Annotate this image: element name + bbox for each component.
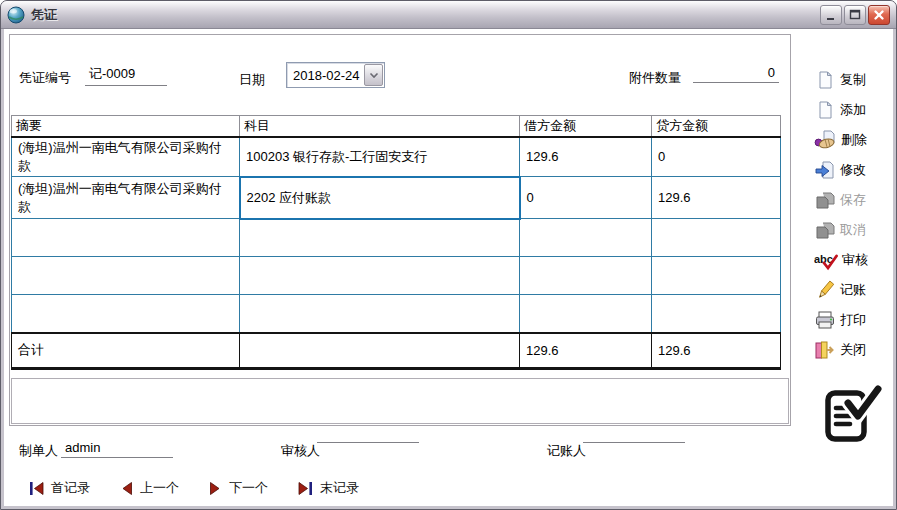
print-button[interactable]: 打印: [814, 305, 894, 335]
total-debit: 129.6: [520, 333, 652, 369]
next-record-icon: [209, 482, 222, 495]
audit-button[interactable]: abc 审核: [814, 245, 894, 275]
previous-record-button[interactable]: 上一个: [120, 479, 179, 497]
nav-label: 首记录: [51, 479, 90, 497]
reviewer-field[interactable]: [317, 440, 419, 443]
minimize-button[interactable]: [820, 5, 842, 25]
attachments-count-field[interactable]: 0: [693, 65, 779, 83]
exit-books-icon: [814, 339, 836, 361]
close-window-button[interactable]: 关闭: [814, 335, 894, 365]
cell-subject[interactable]: 100203 银行存款-工行固安支行: [240, 137, 520, 177]
cell-debit[interactable]: [520, 257, 652, 295]
cancel-button[interactable]: 取消: [814, 215, 894, 245]
cell-debit[interactable]: [520, 219, 652, 257]
sidebar-label: 删除: [841, 131, 867, 149]
add-page-icon: [814, 99, 836, 121]
sidebar-label: 打印: [840, 311, 866, 329]
cell-subject[interactable]: [240, 219, 520, 257]
modify-button[interactable]: 修改: [814, 155, 894, 185]
attachments-label: 附件数量: [629, 69, 681, 87]
maximize-button[interactable]: [844, 5, 866, 25]
cell-summary[interactable]: [12, 295, 240, 333]
cell-summary[interactable]: (海坦)温州一南电气有限公司采购付款: [12, 137, 240, 177]
add-button[interactable]: 添加: [814, 95, 894, 125]
delete-button[interactable]: 删除: [814, 125, 894, 155]
sidebar-label: 修改: [840, 161, 866, 179]
cell-summary[interactable]: [12, 257, 240, 295]
printer-icon: [814, 309, 836, 331]
sidebar-label: 添加: [840, 101, 866, 119]
record-button[interactable]: 记账: [814, 275, 894, 305]
cell-credit[interactable]: [652, 295, 781, 333]
sidebar-label: 取消: [840, 221, 866, 239]
previous-record-icon: [120, 482, 133, 495]
date-dropdown-button[interactable]: [364, 64, 383, 86]
date-label: 日期: [239, 71, 265, 89]
app-globe-icon: [7, 6, 25, 24]
sidebar-label: 记账: [840, 281, 866, 299]
chevron-down-icon: [369, 72, 379, 79]
voucher-no-field[interactable]: 记-0009: [85, 65, 167, 86]
titlebar[interactable]: 凭证: [1, 1, 896, 29]
table-row: [12, 295, 781, 333]
cell-subject[interactable]: [240, 295, 520, 333]
pencil-icon: [814, 279, 836, 301]
cancel-pages-icon: [814, 219, 836, 241]
first-record-button[interactable]: 首记录: [29, 479, 90, 497]
cell-credit[interactable]: [652, 219, 781, 257]
next-record-button[interactable]: 下一个: [209, 479, 268, 497]
col-header-summary: 摘要: [12, 116, 240, 137]
save-pages-icon: [814, 189, 836, 211]
voucher-window: 凭证 凭证编号 记-0009 日期 2018-02-24 附件数量 0 摘要: [0, 0, 897, 510]
cell-summary[interactable]: [12, 219, 240, 257]
action-sidebar: 复制 添加 删除: [814, 65, 894, 365]
delete-hand-icon: [814, 129, 837, 151]
table-header-row: 摘要 科目 借方金额 贷方金额: [12, 116, 781, 137]
bookkeeper-field[interactable]: [583, 440, 685, 443]
save-button[interactable]: 保存: [814, 185, 894, 215]
creator-label: 制单人: [19, 442, 58, 460]
cell-debit[interactable]: [520, 295, 652, 333]
cell-credit[interactable]: [652, 257, 781, 295]
table-row: (海坦)温州一南电气有限公司采购付款 100203 银行存款-工行固安支行 12…: [12, 137, 781, 177]
total-row: 合计 129.6 129.6: [12, 333, 781, 369]
last-record-icon: [298, 482, 313, 495]
bookkeeper-label: 记账人: [547, 442, 586, 460]
cell-debit[interactable]: 0: [520, 177, 652, 219]
abc-check-icon: abc: [814, 249, 838, 271]
last-record-button[interactable]: 末记录: [298, 479, 359, 497]
copy-button[interactable]: 复制: [814, 65, 894, 95]
sidebar-label: 复制: [840, 71, 866, 89]
maximize-icon: [848, 8, 862, 22]
cell-subject[interactable]: [240, 257, 520, 295]
first-record-icon: [29, 482, 44, 495]
cell-credit[interactable]: 0: [652, 137, 781, 177]
total-label: 合计: [12, 333, 240, 369]
nav-label: 上一个: [140, 479, 179, 497]
cell-subject-selected[interactable]: 2202 应付账款: [240, 177, 520, 219]
table-row: (海坦)温州一南电气有限公司采购付款 2202 应付账款 0 129.6: [12, 177, 781, 219]
total-credit: 129.6: [652, 333, 781, 369]
cell-credit[interactable]: 129.6: [652, 177, 781, 219]
date-value: 2018-02-24: [287, 68, 364, 83]
window-title: 凭证: [31, 6, 57, 24]
creator-field[interactable]: admin: [61, 440, 173, 458]
notes-area: [11, 378, 789, 424]
col-header-debit: 借方金额: [520, 116, 652, 137]
sidebar-label: 保存: [840, 191, 866, 209]
col-header-subject: 科目: [240, 116, 520, 137]
close-button[interactable]: [868, 5, 890, 25]
col-header-credit: 贷方金额: [652, 116, 781, 137]
total-subject-empty: [240, 333, 520, 369]
sidebar-label: 关闭: [840, 341, 866, 359]
nav-label: 下一个: [229, 479, 268, 497]
sidebar-label: 审核: [842, 251, 868, 269]
cell-summary[interactable]: (海坦)温州一南电气有限公司采购付款: [12, 177, 240, 219]
table-row: [12, 257, 781, 295]
voucher-logo-icon: [816, 381, 886, 457]
reviewer-label: 审核人: [281, 442, 320, 460]
copy-page-icon: [814, 69, 836, 91]
cell-debit[interactable]: 129.6: [520, 137, 652, 177]
minimize-icon: [824, 8, 838, 22]
date-select[interactable]: 2018-02-24: [286, 62, 385, 88]
